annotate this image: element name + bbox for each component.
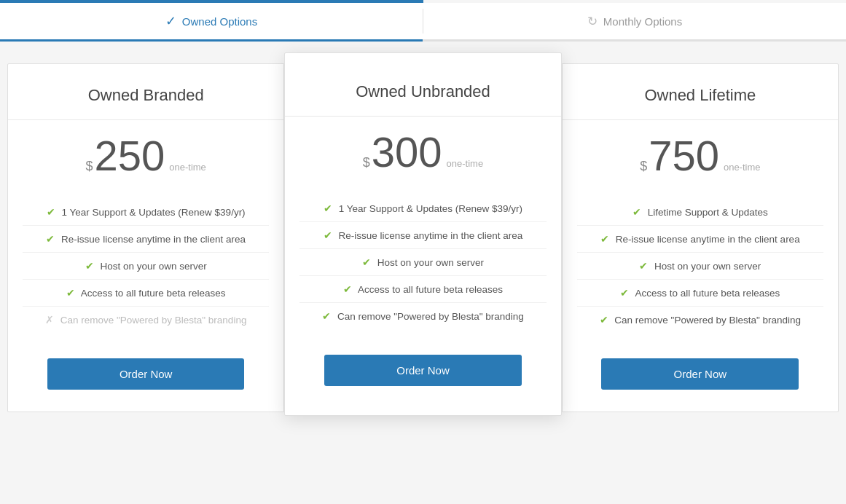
order-branded-button[interactable]: Order Now <box>47 358 245 390</box>
plan-branded-price-row: $ 250 one-time <box>23 135 269 177</box>
plan-branded-title: Owned Branded <box>23 86 269 105</box>
plan-lifetime-title: Owned Lifetime <box>577 86 823 105</box>
feature-text: Host on your own server <box>377 257 484 268</box>
refresh-icon: ↻ <box>587 14 598 29</box>
plan-lifetime-period: one-time <box>724 162 761 173</box>
plan-unbranded-period: one-time <box>447 158 484 169</box>
check-icon: ✔ <box>66 288 75 299</box>
plan-owned-branded: Owned Branded $ 250 one-time ✔ 1 Year Su… <box>7 63 284 412</box>
check-icon: ✔ <box>620 288 629 299</box>
list-item: ✔ Access to all future beta releases <box>23 279 269 306</box>
feature-text: Can remove "Powered by Blesta" branding <box>60 315 247 326</box>
order-lifetime-button[interactable]: Order Now <box>601 358 799 390</box>
check-icon: ✔ <box>47 207 55 218</box>
list-item: ✔ Can remove "Powered by Blesta" brandin… <box>299 302 546 329</box>
feature-text: Can remove "Powered by Blesta" branding <box>337 311 524 322</box>
plan-branded-amount: 250 <box>94 135 165 177</box>
plan-lifetime-price-row: $ 750 one-time <box>577 135 823 177</box>
feature-text: 1 Year Support & Updates (Renew $39/yr) <box>339 203 522 214</box>
check-icon: ✔ <box>639 261 648 272</box>
feature-text: Host on your own server <box>654 261 761 272</box>
tab-monthly-label: Monthly Options <box>603 15 682 28</box>
tab-owned-label: Owned Options <box>182 15 257 28</box>
check-icon: ✔ <box>343 284 352 295</box>
list-item: ✔ Host on your own server <box>23 252 269 279</box>
list-item: ✔ 1 Year Support & Updates (Renew $39/yr… <box>299 195 546 221</box>
check-icon: ✔ <box>324 203 332 214</box>
plan-unbranded-title: Owned Unbranded <box>299 82 546 101</box>
check-icon: ✔ <box>600 315 608 326</box>
list-item: ✔ Re-issue license anytime in the client… <box>299 221 546 248</box>
list-item: ✔ Access to all future beta releases <box>299 275 546 302</box>
check-icon: ✔ <box>324 230 332 241</box>
list-item: ✔ Re-issue license anytime in the client… <box>23 225 269 252</box>
check-icon: ✔ <box>632 207 641 218</box>
check-icon: ✔ <box>46 234 55 245</box>
plan-lifetime-dollar: $ <box>640 159 647 174</box>
list-item: ✔ Can remove "Powered by Blesta" brandin… <box>577 306 823 333</box>
check-circle-icon: ✓ <box>165 13 176 29</box>
feature-text: Host on your own server <box>100 261 206 272</box>
list-item: ✔ Access to all future beta releases <box>577 279 823 306</box>
check-icon: ✔ <box>85 261 94 272</box>
plan-branded-dollar: $ <box>85 159 93 174</box>
list-item: ✔ Re-issue license anytime in the client… <box>577 225 823 252</box>
title-divider-unbranded <box>285 116 560 117</box>
tab-owned[interactable]: ✓ Owned Options <box>0 3 423 42</box>
feature-text: Re-issue license anytime in the client a… <box>61 234 246 245</box>
tab-monthly[interactable]: ↻ Monthly Options <box>423 3 846 39</box>
list-item: ✗ Can remove "Powered by Blesta" brandin… <box>23 306 269 333</box>
feature-text: Access to all future beta releases <box>81 288 226 299</box>
feature-text: Access to all future beta releases <box>635 288 780 299</box>
plan-branded-features: ✔ 1 Year Support & Updates (Renew $39/yr… <box>23 199 269 333</box>
feature-text: Access to all future beta releases <box>358 284 503 295</box>
list-item: ✔ 1 Year Support & Updates (Renew $39/yr… <box>23 199 269 225</box>
list-item: ✔ Lifetime Support & Updates <box>577 199 823 225</box>
plans-container: Owned Branded $ 250 one-time ✔ 1 Year Su… <box>0 42 846 438</box>
feature-text: Re-issue license anytime in the client a… <box>616 234 800 245</box>
plan-unbranded-dollar: $ <box>363 155 370 170</box>
feature-text: 1 Year Support & Updates (Renew $39/yr) <box>61 207 245 218</box>
plan-unbranded-price-row: $ 300 one-time <box>299 131 546 173</box>
plan-owned-unbranded: Owned Unbranded $ 300 one-time ✔ 1 Year … <box>284 52 561 416</box>
plan-unbranded-features: ✔ 1 Year Support & Updates (Renew $39/yr… <box>299 195 546 329</box>
list-item: ✔ Host on your own server <box>577 252 823 279</box>
tab-bar: ✓ Owned Options ↻ Monthly Options <box>0 3 846 42</box>
feature-text: Re-issue license anytime in the client a… <box>338 230 522 241</box>
check-icon: ✔ <box>322 311 331 322</box>
order-unbranded-button[interactable]: Order Now <box>324 355 522 386</box>
check-icon: ✔ <box>600 234 609 245</box>
title-divider-lifetime <box>563 119 838 120</box>
cross-icon: ✗ <box>45 315 54 326</box>
list-item: ✔ Host on your own server <box>299 248 546 275</box>
feature-text: Can remove "Powered by Blesta" branding <box>614 315 801 326</box>
title-divider-branded <box>8 119 283 120</box>
plan-owned-lifetime: Owned Lifetime $ 750 one-time ✔ Lifetime… <box>562 63 839 412</box>
plan-unbranded-amount: 300 <box>372 131 442 173</box>
plan-branded-period: one-time <box>169 162 206 173</box>
check-icon: ✔ <box>362 257 371 268</box>
feature-text: Lifetime Support & Updates <box>648 207 768 218</box>
plan-lifetime-amount: 750 <box>649 135 719 177</box>
plan-lifetime-features: ✔ Lifetime Support & Updates ✔ Re-issue … <box>577 199 823 333</box>
